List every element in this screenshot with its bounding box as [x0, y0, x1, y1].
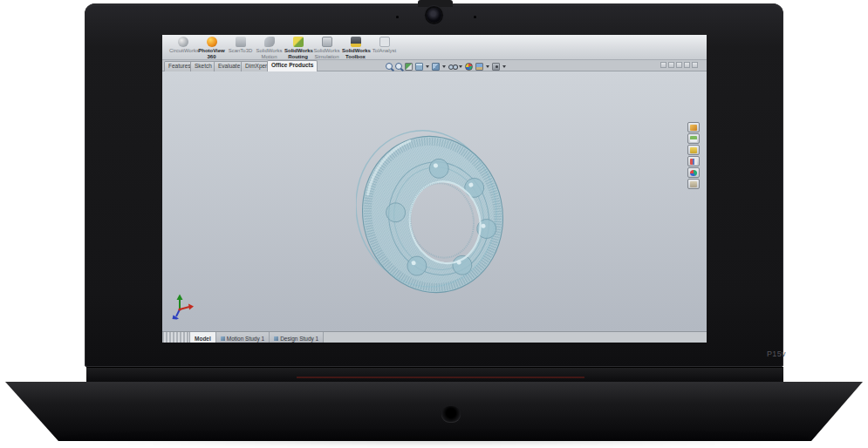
solidworks-resources-icon[interactable]	[687, 122, 700, 132]
icon-glyph	[690, 181, 697, 187]
tab-label: Model	[195, 336, 211, 342]
zoom-to-area-icon[interactable]	[395, 63, 402, 70]
tab-sketch[interactable]: Sketch	[190, 61, 216, 71]
design-study-icon	[274, 336, 278, 341]
laptop-model-label: P15v	[748, 350, 786, 358]
coordinate-triad-icon	[171, 293, 195, 321]
icon-glyph	[690, 136, 697, 142]
addin-label: CircuitWorks	[169, 48, 196, 54]
tolanalyst-icon	[379, 37, 390, 47]
ball-bearing-model[interactable]	[356, 129, 509, 300]
view-orientation-icon[interactable]	[415, 63, 423, 71]
custom-properties-icon[interactable]	[687, 179, 700, 189]
edit-appearance-icon[interactable]	[465, 63, 473, 71]
minimize-icon[interactable]	[660, 62, 666, 68]
tab-label: Design Study 1	[280, 336, 318, 342]
tab-evaluate[interactable]: Evaluate	[214, 61, 244, 71]
headsup-view-toolbar	[386, 61, 506, 71]
close-icon[interactable]	[692, 62, 698, 68]
task-pane-strip	[687, 122, 701, 189]
pane-splitter-handle[interactable]	[162, 332, 190, 343]
solidworks-simulation-icon	[322, 37, 332, 47]
addin-circuitworks[interactable]: CircuitWorks	[169, 37, 196, 54]
icon-glyph	[690, 170, 697, 176]
addin-label: SolidWorks Toolbox	[342, 48, 369, 59]
tab-bar-filler	[324, 332, 707, 343]
icon-glyph	[690, 147, 697, 153]
screenshot-stage: P15v CircuitWorks PhotoView 360 ScanTo3D…	[0, 0, 868, 448]
solidworks-motion-icon	[264, 37, 275, 47]
addin-label: TolAnalyst	[371, 48, 398, 54]
section-view-icon[interactable]	[405, 63, 413, 71]
addin-tolanalyst[interactable]: TolAnalyst	[371, 37, 398, 54]
addin-label: SolidWorks Routing	[284, 48, 311, 59]
hide-show-items-icon[interactable]	[448, 63, 456, 71]
addin-label: SolidWorks Simulation	[313, 48, 340, 59]
chevron-down-icon[interactable]	[442, 65, 446, 68]
document-window-controls	[660, 62, 698, 68]
graphics-viewport[interactable]	[162, 71, 707, 331]
display-style-icon[interactable]	[432, 63, 440, 71]
tab-motion-study-1[interactable]: Motion Study 1	[216, 332, 270, 343]
photoview-360-icon	[207, 37, 217, 47]
addin-solidworks-simulation[interactable]: SolidWorks Simulation	[313, 37, 340, 59]
restore-icon[interactable]	[668, 62, 674, 68]
addin-scanto3d[interactable]: ScanTo3D	[227, 37, 254, 54]
addin-label: ScanTo3D	[227, 48, 254, 54]
addin-solidworks-motion[interactable]: SolidWorks Motion	[256, 37, 283, 59]
zoom-to-fit-icon[interactable]	[386, 63, 393, 70]
help-icon[interactable]	[684, 62, 690, 68]
webcam	[427, 8, 441, 23]
laptop-shadow	[44, 433, 824, 445]
base-latch-notch	[441, 406, 461, 423]
search-icon[interactable]	[687, 156, 700, 166]
tab-label: Motion Study 1	[227, 336, 264, 342]
addin-solidworks-toolbox[interactable]: SolidWorks Toolbox	[342, 37, 369, 59]
solidworks-window: CircuitWorks PhotoView 360 ScanTo3D Soli…	[162, 35, 707, 343]
microphone-dot-left	[396, 16, 399, 18]
scanto3d-icon	[236, 37, 246, 47]
apply-scene-icon[interactable]	[475, 63, 483, 71]
solidworks-routing-icon	[293, 37, 304, 47]
office-products-toolbar: CircuitWorks PhotoView 360 ScanTo3D Soli…	[162, 35, 707, 60]
circuitworks-icon	[178, 37, 188, 47]
file-explorer-icon[interactable]	[687, 145, 700, 155]
addin-photoview-360[interactable]: PhotoView 360	[198, 37, 225, 59]
lid-notch	[418, 0, 453, 7]
design-library-icon[interactable]	[687, 133, 700, 144]
chevron-down-icon[interactable]	[426, 65, 429, 68]
icon-glyph	[690, 159, 697, 165]
chevron-down-icon[interactable]	[459, 65, 462, 68]
laptop-base	[5, 382, 863, 441]
hinge-accent-line	[297, 377, 584, 378]
tab-model[interactable]: Model	[190, 332, 216, 343]
solidworks-toolbox-icon	[351, 37, 361, 47]
appearances-scenes-icon[interactable]	[687, 167, 700, 178]
study-tab-bar: Model Motion Study 1 Design Study 1	[162, 331, 707, 343]
icon-glyph	[690, 125, 697, 131]
addin-label: PhotoView 360	[198, 48, 225, 59]
chevron-down-icon[interactable]	[502, 65, 506, 68]
microphone-dot-right	[474, 16, 476, 18]
laptop-hinge-deck	[86, 367, 783, 383]
view-settings-icon[interactable]	[492, 63, 500, 71]
tab-office-products[interactable]: Office Products	[267, 60, 318, 71]
addin-label: SolidWorks Motion	[256, 48, 283, 59]
chevron-down-icon[interactable]	[486, 65, 489, 68]
tab-design-study-1[interactable]: Design Study 1	[270, 332, 324, 343]
motion-study-icon	[221, 336, 225, 341]
fullscreen-icon[interactable]	[676, 62, 682, 68]
addin-solidworks-routing[interactable]: SolidWorks Routing	[284, 37, 311, 59]
